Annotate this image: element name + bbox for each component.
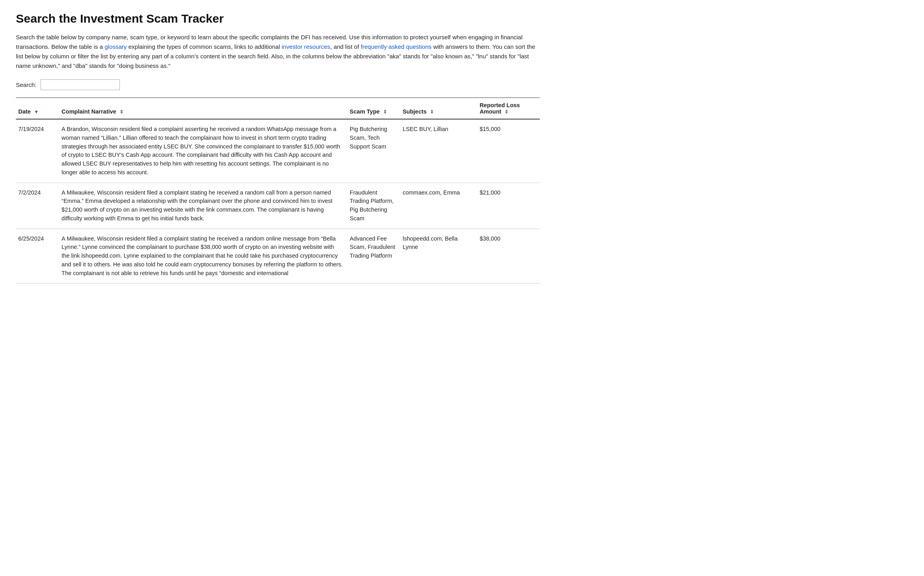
search-input[interactable]	[40, 79, 120, 90]
table-row: 7/2/2024A Milwaukee, Wisconsin resident …	[16, 183, 540, 229]
subjects-sort-icon[interactable]: ⇕	[430, 109, 434, 115]
scam-tracker-table: Date ▼ Complaint Narrative ⇕ Scam Type ⇕…	[16, 97, 540, 283]
page-description: Search the table below by company name, …	[16, 33, 540, 71]
cell-loss: $38,000	[477, 229, 540, 283]
cell-narrative: A Milwaukee, Wisconsin resident filed a …	[59, 183, 347, 229]
col-header-loss[interactable]: Reported Loss Amount ⇕	[477, 98, 540, 119]
desc-text-3: , and list of	[330, 43, 361, 50]
cell-subjects: lshopeedd.com, Bella Lynne	[400, 229, 477, 283]
glossary-link[interactable]: glossary	[104, 43, 127, 50]
cell-narrative: A Brandon, Wisconsin resident filed a co…	[59, 119, 347, 183]
table-row: 6/25/2024A Milwaukee, Wisconsin resident…	[16, 229, 540, 283]
cell-date: 6/25/2024	[16, 229, 59, 283]
col-header-subjects[interactable]: Subjects ⇕	[400, 98, 477, 119]
cell-scam-type: Advanced Fee Scam, Fraudulent Trading Pl…	[347, 229, 400, 283]
col-loss-label: Reported Loss Amount	[479, 102, 520, 115]
cell-date: 7/19/2024	[16, 119, 59, 183]
cell-loss: $21,000	[477, 183, 540, 229]
cell-loss: $15,000	[477, 119, 540, 183]
page-title: Search the Investment Scam Tracker	[16, 12, 540, 25]
cell-scam-type: Pig Butchering Scam, Tech Support Scam	[347, 119, 400, 183]
cell-date: 7/2/2024	[16, 183, 59, 229]
col-subjects-label: Subjects	[402, 108, 426, 115]
col-header-scam-type[interactable]: Scam Type ⇕	[347, 98, 400, 119]
cell-subjects: commaex.com, Emma	[400, 183, 477, 229]
table-header-row: Date ▼ Complaint Narrative ⇕ Scam Type ⇕…	[16, 98, 540, 119]
col-scam-label: Scam Type	[350, 108, 380, 115]
col-narrative-label: Complaint Narrative	[62, 108, 116, 115]
investor-resources-link[interactable]: investor resources	[282, 43, 331, 50]
scam-sort-icon[interactable]: ⇕	[383, 109, 387, 115]
table-body: 7/19/2024A Brandon, Wisconsin resident f…	[16, 119, 540, 283]
narrative-sort-icon[interactable]: ⇕	[119, 109, 123, 115]
col-header-narrative[interactable]: Complaint Narrative ⇕	[59, 98, 347, 119]
desc-text-2: explaining the types of common scams, li…	[127, 43, 281, 50]
table-row: 7/19/2024A Brandon, Wisconsin resident f…	[16, 119, 540, 183]
date-sort-icon[interactable]: ▼	[34, 109, 38, 115]
cell-subjects: LSEC BUY, Lillian	[400, 119, 477, 183]
col-date-label: Date	[18, 108, 31, 115]
faq-link[interactable]: frequently asked questions	[361, 43, 431, 50]
cell-narrative: A Milwaukee, Wisconsin resident filed a …	[59, 229, 347, 283]
col-header-date[interactable]: Date ▼	[16, 98, 59, 119]
search-label: Search:	[16, 81, 37, 88]
loss-sort-icon[interactable]: ⇕	[504, 109, 508, 115]
cell-scam-type: Fraudulent Trading Platform, Pig Butcher…	[347, 183, 400, 229]
search-row: Search:	[16, 79, 540, 90]
